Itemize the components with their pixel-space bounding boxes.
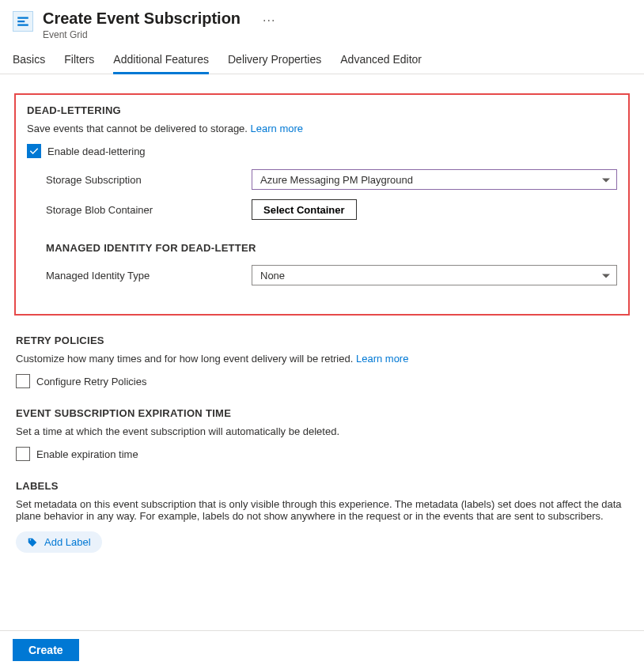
configure-retry-label: Configure Retry Policies (36, 376, 146, 387)
enable-dead-lettering-row: Enable dead-lettering (27, 144, 617, 158)
retry-policies-title: RETRY POLICIES (16, 334, 628, 346)
add-label-button[interactable]: Add Label (16, 531, 102, 553)
storage-subscription-label: Storage Subscription (46, 174, 252, 186)
storage-blob-container-label: Storage Blob Container (46, 204, 252, 216)
labels-desc: Set metadata on this event subscription … (16, 498, 628, 522)
managed-identity-row: Managed Identity Type None (27, 265, 617, 285)
retry-learn-more-link[interactable]: Learn more (356, 353, 408, 365)
select-container-button[interactable]: Select Container (252, 199, 357, 220)
event-grid-icon (13, 11, 33, 32)
header-text: Create Event Subscription Event Grid (43, 9, 241, 40)
add-label-text: Add Label (44, 536, 91, 548)
configure-retry-row: Configure Retry Policies (16, 374, 628, 388)
managed-identity-title: MANAGED IDENTITY FOR DEAD-LETTER (27, 242, 617, 254)
page-title: Create Event Subscription (43, 9, 241, 28)
storage-subscription-select[interactable]: Azure Messaging PM Playground (252, 169, 617, 190)
enable-dead-lettering-checkbox[interactable] (27, 144, 41, 158)
expiration-section: EVENT SUBSCRIPTION EXPIRATION TIME Set a… (16, 407, 628, 461)
expiration-desc: Set a time at which the event subscripti… (16, 425, 628, 437)
storage-subscription-row: Storage Subscription Azure Messaging PM … (27, 169, 617, 190)
retry-policies-desc: Customize how many times and for how lon… (16, 353, 628, 365)
enable-dead-lettering-label: Enable dead-lettering (47, 146, 146, 157)
tab-basics[interactable]: Basics (13, 47, 45, 74)
configure-retry-checkbox[interactable] (16, 374, 30, 388)
enable-expiration-label: Enable expiration time (36, 448, 138, 460)
tab-advanced-editor[interactable]: Advanced Editor (340, 47, 422, 74)
tab-filters[interactable]: Filters (64, 47, 94, 74)
tabs: Basics Filters Additional Features Deliv… (0, 47, 644, 74)
managed-identity-label: Managed Identity Type (46, 270, 252, 282)
dead-lettering-title: DEAD-LETTERING (27, 104, 617, 116)
enable-expiration-row: Enable expiration time (16, 447, 628, 461)
page-subtitle: Event Grid (43, 29, 241, 40)
storage-blob-container-row: Storage Blob Container Select Container (27, 199, 617, 220)
more-actions-button[interactable]: ··· (263, 13, 275, 28)
dead-lettering-section: DEAD-LETTERING Save events that cannot b… (14, 93, 630, 316)
tab-additional-features[interactable]: Additional Features (113, 47, 209, 74)
labels-section: LABELS Set metadata on this event subscr… (16, 480, 628, 553)
tag-icon (27, 537, 38, 548)
dead-lettering-learn-more-link[interactable]: Learn more (251, 123, 303, 134)
labels-title: LABELS (16, 480, 628, 492)
expiration-title: EVENT SUBSCRIPTION EXPIRATION TIME (16, 407, 628, 419)
page-header: Create Event Subscription Event Grid ··· (0, 0, 644, 47)
retry-policies-section: RETRY POLICIES Customize how many times … (16, 334, 628, 388)
dead-lettering-desc: Save events that cannot be delivered to … (27, 123, 617, 134)
managed-identity-select[interactable]: None (252, 265, 617, 285)
enable-expiration-checkbox[interactable] (16, 447, 30, 461)
tab-delivery-properties[interactable]: Delivery Properties (228, 47, 321, 74)
